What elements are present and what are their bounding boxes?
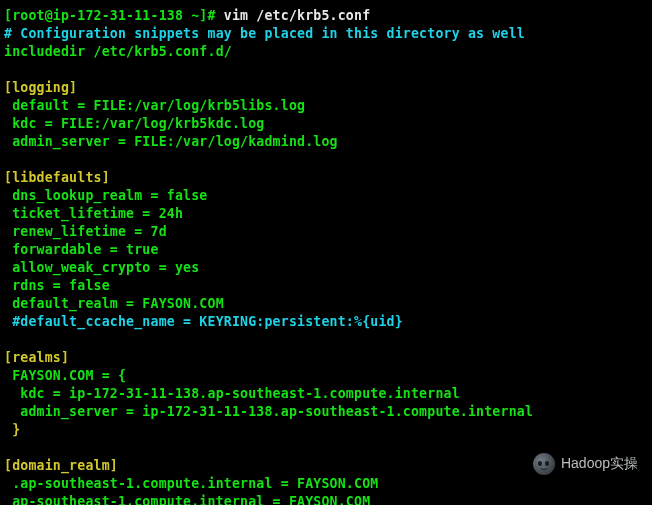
conf-line: ticket_lifetime = 24h	[4, 206, 183, 221]
wechat-watermark: Hadoop实操	[533, 453, 638, 475]
conf-line: default = FILE:/var/log/krb5libs.log	[4, 98, 305, 113]
section-header-libdefaults: [libdefaults]	[4, 170, 110, 185]
terminal-output[interactable]: [root@ip-172-31-11-138 ~]# vim /etc/krb5…	[0, 0, 652, 505]
shell-command: vim /etc/krb5.conf	[224, 8, 371, 23]
conf-line: .ap-southeast-1.compute.internal = FAYSO…	[4, 476, 378, 491]
section-header-domain-realm: [domain_realm]	[4, 458, 118, 473]
watermark-text: Hadoop实操	[561, 455, 638, 473]
conf-line: rdns = false	[4, 278, 110, 293]
section-header-logging: [logging]	[4, 80, 77, 95]
conf-comment-top: # Configuration snippets may be placed i…	[4, 26, 525, 41]
conf-line: kdc = FILE:/var/log/krb5kdc.log	[4, 116, 264, 131]
conf-line: renew_lifetime = 7d	[4, 224, 167, 239]
conf-line: allow_weak_crypto = yes	[4, 260, 199, 275]
section-header-realms: [realms]	[4, 350, 69, 365]
conf-line: default_realm = FAYSON.COM	[4, 296, 224, 311]
shell-prompt: [root@ip-172-31-11-138 ~]#	[4, 8, 216, 23]
conf-commented-line: #default_ccache_name = KEYRING:persisten…	[4, 314, 403, 329]
conf-line: ap-southeast-1.compute.internal = FAYSON…	[4, 494, 370, 505]
realm-close: }	[4, 422, 20, 437]
conf-line: dns_lookup_realm = false	[4, 188, 208, 203]
conf-line: admin_server = ip-172-31-11-138.ap-south…	[4, 404, 533, 419]
wechat-icon	[533, 453, 555, 475]
conf-line: admin_server = FILE:/var/log/kadmind.log	[4, 134, 338, 149]
conf-includedir: includedir /etc/krb5.conf.d/	[4, 44, 232, 59]
conf-line: kdc = ip-172-31-11-138.ap-southeast-1.co…	[4, 386, 460, 401]
realm-open: FAYSON.COM = {	[4, 368, 126, 383]
conf-line: forwardable = true	[4, 242, 159, 257]
